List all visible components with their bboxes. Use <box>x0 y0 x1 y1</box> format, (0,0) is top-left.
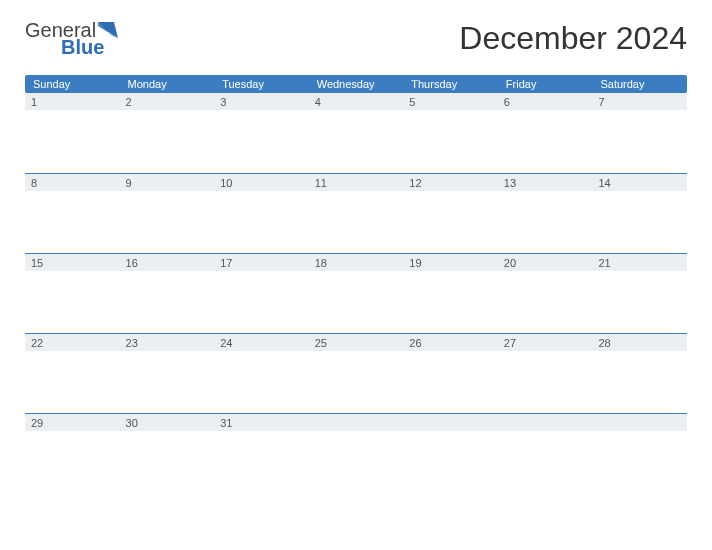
day-number: 8 <box>25 174 120 191</box>
day-cell: 22 <box>25 333 120 413</box>
day-cell <box>403 413 498 493</box>
day-number <box>309 414 404 431</box>
day-number: 16 <box>120 254 215 271</box>
day-number: 4 <box>309 93 404 110</box>
day-number: 11 <box>309 174 404 191</box>
day-cell <box>309 413 404 493</box>
day-number: 7 <box>592 93 687 110</box>
day-header-saturday: Saturday <box>592 75 687 93</box>
day-number <box>498 414 593 431</box>
day-number: 9 <box>120 174 215 191</box>
page-title: December 2024 <box>459 20 687 57</box>
day-cell: 25 <box>309 333 404 413</box>
day-number: 29 <box>25 414 120 431</box>
day-number: 3 <box>214 93 309 110</box>
day-number: 28 <box>592 334 687 351</box>
day-cell: 12 <box>403 173 498 253</box>
day-number: 22 <box>25 334 120 351</box>
day-cell: 6 <box>498 93 593 173</box>
day-header-wednesday: Wednesday <box>309 75 404 93</box>
day-cell: 13 <box>498 173 593 253</box>
day-cell: 9 <box>120 173 215 253</box>
day-cell: 18 <box>309 253 404 333</box>
day-cell: 30 <box>120 413 215 493</box>
day-number: 21 <box>592 254 687 271</box>
weeks-container: 1234567891011121314151617181920212223242… <box>25 93 687 493</box>
day-cell: 27 <box>498 333 593 413</box>
day-header-thursday: Thursday <box>403 75 498 93</box>
day-number: 24 <box>214 334 309 351</box>
day-number: 25 <box>309 334 404 351</box>
day-cell: 24 <box>214 333 309 413</box>
day-number: 6 <box>498 93 593 110</box>
day-cell: 11 <box>309 173 404 253</box>
day-cell: 2 <box>120 93 215 173</box>
day-number: 1 <box>25 93 120 110</box>
day-cell: 28 <box>592 333 687 413</box>
day-number: 19 <box>403 254 498 271</box>
day-cell: 14 <box>592 173 687 253</box>
day-cell: 3 <box>214 93 309 173</box>
week-row: 293031 <box>25 413 687 493</box>
day-cell: 16 <box>120 253 215 333</box>
day-cell: 5 <box>403 93 498 173</box>
day-number: 13 <box>498 174 593 191</box>
day-number <box>403 414 498 431</box>
day-number: 31 <box>214 414 309 431</box>
day-number: 12 <box>403 174 498 191</box>
day-cell: 21 <box>592 253 687 333</box>
day-number: 10 <box>214 174 309 191</box>
day-header-tuesday: Tuesday <box>214 75 309 93</box>
day-cell: 31 <box>214 413 309 493</box>
day-cell: 17 <box>214 253 309 333</box>
week-row: 15161718192021 <box>25 253 687 333</box>
day-header-monday: Monday <box>120 75 215 93</box>
day-number: 17 <box>214 254 309 271</box>
day-cell: 29 <box>25 413 120 493</box>
day-cell: 1 <box>25 93 120 173</box>
header: General Blue December 2024 <box>25 20 687 57</box>
day-number: 14 <box>592 174 687 191</box>
week-row: 891011121314 <box>25 173 687 253</box>
day-number: 23 <box>120 334 215 351</box>
day-cell: 10 <box>214 173 309 253</box>
day-header-sunday: Sunday <box>25 75 120 93</box>
day-number: 2 <box>120 93 215 110</box>
week-row: 22232425262728 <box>25 333 687 413</box>
day-cell: 26 <box>403 333 498 413</box>
day-number: 26 <box>403 334 498 351</box>
day-headers-row: Sunday Monday Tuesday Wednesday Thursday… <box>25 75 687 93</box>
day-number <box>592 414 687 431</box>
day-cell: 8 <box>25 173 120 253</box>
day-number: 30 <box>120 414 215 431</box>
day-cell <box>498 413 593 493</box>
day-number: 27 <box>498 334 593 351</box>
day-number: 18 <box>309 254 404 271</box>
day-cell: 7 <box>592 93 687 173</box>
week-row: 1234567 <box>25 93 687 173</box>
day-cell: 23 <box>120 333 215 413</box>
day-cell: 19 <box>403 253 498 333</box>
logo: General Blue <box>25 20 118 57</box>
calendar: Sunday Monday Tuesday Wednesday Thursday… <box>25 75 687 493</box>
day-number: 15 <box>25 254 120 271</box>
day-cell: 4 <box>309 93 404 173</box>
day-cell: 15 <box>25 253 120 333</box>
day-cell: 20 <box>498 253 593 333</box>
day-number: 5 <box>403 93 498 110</box>
day-number: 20 <box>498 254 593 271</box>
day-cell <box>592 413 687 493</box>
day-header-friday: Friday <box>498 75 593 93</box>
